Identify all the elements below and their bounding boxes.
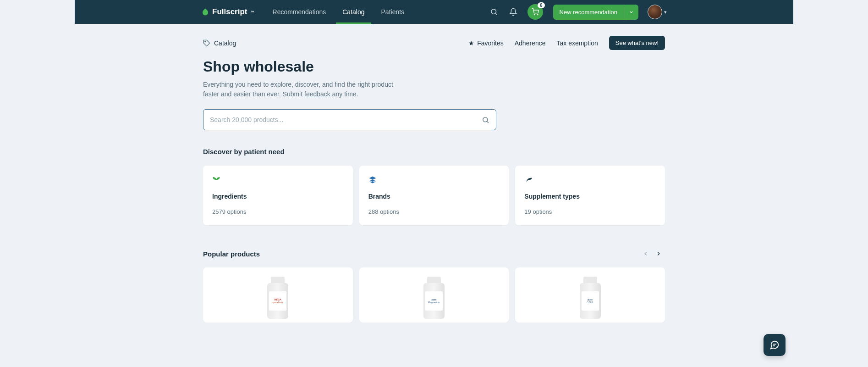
- star-icon: ★: [468, 39, 474, 47]
- nav-recommendations[interactable]: Recommendations: [266, 0, 333, 24]
- logo-leaf-icon: [201, 8, 209, 16]
- avatar: [648, 5, 662, 19]
- cart-button[interactable]: 6: [527, 4, 543, 20]
- new-recommendation-button-group: New recommendation: [553, 5, 638, 20]
- products-grid: MEGA sporebiotic pure Magnesium: [203, 267, 665, 323]
- page-title: Shop wholesale: [203, 58, 665, 75]
- chevron-right-icon: [655, 250, 662, 257]
- card-subtitle: 19 options: [524, 208, 656, 215]
- bell-icon[interactable]: [505, 4, 521, 20]
- popular-header: Popular products: [203, 247, 665, 260]
- app-header: Fullscript™ Recommendations Catalog Pati…: [75, 0, 793, 24]
- product-image: MEGA sporebiotic: [267, 277, 288, 319]
- logo-tm: ™: [251, 10, 254, 14]
- tax-exemption-link[interactable]: Tax exemption: [556, 39, 598, 47]
- layers-icon: [368, 176, 500, 186]
- card-title: Ingredients: [212, 193, 344, 200]
- search-icon: [482, 116, 489, 124]
- card-subtitle: 288 options: [368, 208, 500, 215]
- card-title: Supplement types: [524, 193, 656, 200]
- leaf-icon: [524, 176, 656, 186]
- card-subtitle: 2579 options: [212, 208, 344, 215]
- discover-grid: Ingredients 2579 options Brands 288 opti…: [203, 166, 665, 225]
- product-card[interactable]: pure O.N.E.: [515, 267, 665, 323]
- carousel-prev-button[interactable]: [639, 247, 652, 260]
- cart-badge: 6: [538, 2, 545, 8]
- user-menu[interactable]: ▾: [648, 5, 667, 19]
- new-recommendation-dropdown[interactable]: [624, 5, 638, 20]
- card-title: Brands: [368, 193, 500, 200]
- search-icon[interactable]: [486, 4, 502, 20]
- chevron-down-icon: [629, 10, 634, 15]
- favorites-link[interactable]: ★ Favorites: [468, 39, 504, 47]
- page-description: Everything you need to explore, discover…: [203, 80, 409, 99]
- popular-heading: Popular products: [203, 250, 260, 258]
- svg-point-3: [205, 41, 206, 42]
- svg-point-2: [537, 14, 538, 15]
- logo[interactable]: Fullscript™: [201, 7, 254, 17]
- discover-card-ingredients[interactable]: Ingredients 2579 options: [203, 166, 353, 225]
- seedling-icon: [212, 176, 344, 186]
- discover-card-supplement-types[interactable]: Supplement types 19 options: [515, 166, 665, 225]
- whats-new-button[interactable]: See what's new!: [609, 36, 665, 50]
- product-card[interactable]: pure Magnesium: [359, 267, 509, 323]
- nav-catalog[interactable]: Catalog: [336, 0, 371, 24]
- carousel-next-button[interactable]: [652, 247, 665, 260]
- adherence-link[interactable]: Adherence: [515, 39, 546, 47]
- svg-point-1: [534, 14, 534, 15]
- feedback-link[interactable]: feedback: [304, 90, 330, 98]
- tag-icon: [203, 39, 210, 47]
- breadcrumb-text: Catalog: [214, 39, 236, 47]
- search-input[interactable]: [210, 116, 482, 123]
- chevron-down-icon: ▾: [664, 9, 667, 15]
- subheader: Catalog ★ Favorites Adherence Tax exempt…: [203, 24, 665, 58]
- svg-point-0: [491, 9, 496, 14]
- logo-text: Fullscript: [212, 7, 247, 17]
- breadcrumb: Catalog: [203, 39, 236, 47]
- chevron-left-icon: [643, 250, 649, 257]
- discover-card-brands[interactable]: Brands 288 options: [359, 166, 509, 225]
- search-box[interactable]: [203, 109, 496, 130]
- nav-patients[interactable]: Patients: [375, 0, 411, 24]
- product-image: pure Magnesium: [423, 277, 445, 319]
- discover-heading: Discover by patient need: [203, 148, 665, 156]
- product-image: pure O.N.E.: [580, 277, 601, 319]
- new-recommendation-button[interactable]: New recommendation: [553, 5, 624, 20]
- product-card[interactable]: MEGA sporebiotic: [203, 267, 353, 323]
- svg-point-4: [483, 117, 488, 122]
